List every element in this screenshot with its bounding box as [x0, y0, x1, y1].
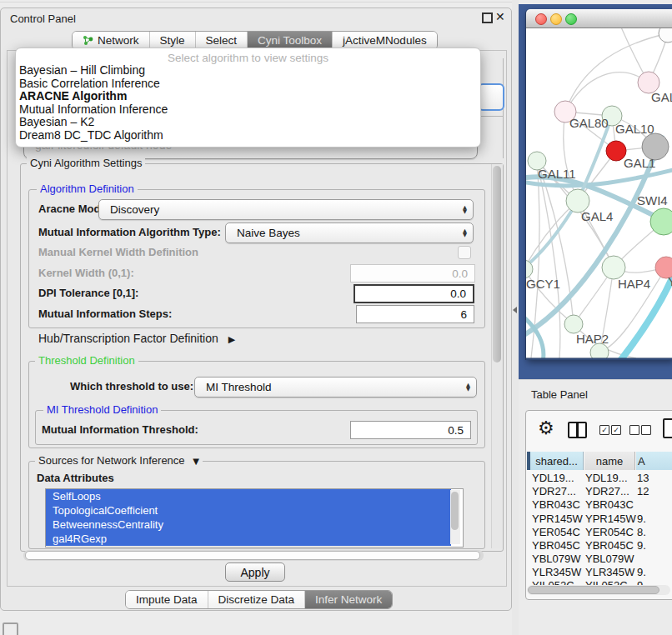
settings-hscrollbar-thumb[interactable]: [25, 551, 480, 560]
mi-type-combo[interactable]: Naive Bayes ▲▼: [225, 222, 474, 243]
tab-jactivemnodules[interactable]: jActiveMNodules: [333, 32, 437, 49]
select-all-checkbox-icon[interactable]: ✓: [611, 425, 621, 435]
application-root: Control Panel ✕ Network Style Select Cyn…: [0, 0, 672, 635]
column-header-partial[interactable]: A: [636, 452, 672, 470]
node-hap2[interactable]: [564, 315, 583, 333]
dropdown-item[interactable]: Basic Correlation Inference: [18, 78, 478, 91]
attributes-list-scrollbar[interactable]: [450, 490, 460, 544]
cell-shared-name: YPR145W: [532, 512, 583, 526]
dropdown-item[interactable]: Mutual Information Inference: [18, 103, 478, 117]
dropdown-item[interactable]: Bayesian – Hill Climbing: [18, 64, 478, 78]
table-row[interactable]: YDR27... YDR27... 12: [525, 485, 672, 498]
close-window-icon[interactable]: [535, 13, 547, 25]
cell-value: 9.: [637, 539, 646, 552]
cell-name: YER054C: [585, 526, 634, 539]
window-shadow: [525, 358, 672, 360]
dropdown-item-selected[interactable]: ARACNE Algorithm: [18, 90, 478, 103]
attribute-item-selected[interactable]: SelfLoops: [46, 489, 451, 503]
algorithm-definition-title: Algorithm Definition: [37, 183, 138, 195]
close-panel-icon[interactable]: ✕: [495, 10, 505, 23]
manual-kernel-label: Manual Kernel Width Definition: [38, 246, 198, 259]
tab-network[interactable]: Network: [73, 32, 150, 49]
cell-name: YBR043C: [585, 498, 634, 512]
tab-style[interactable]: Style: [150, 32, 196, 49]
hub-definition-expander[interactable]: Hub/Transcription Factor Definition ▶: [38, 332, 235, 347]
mi-type-value: Naive Bayes: [237, 227, 300, 239]
aracne-mode-combo[interactable]: Discovery ▲▼: [98, 199, 474, 220]
table-row[interactable]: YBL079W YBL079W: [525, 552, 672, 566]
mi-threshold-field[interactable]: 0.5: [350, 421, 471, 439]
select-all-checkbox-icon[interactable]: ✓: [599, 425, 609, 435]
combo-stepper-icon: ▲▼: [463, 228, 467, 238]
node-label: GAL80: [569, 116, 609, 130]
node[interactable]: [659, 28, 672, 42]
dropdown-item[interactable]: Bayesian – K2: [18, 116, 478, 129]
cell-value: 9.: [637, 566, 646, 579]
table-row[interactable]: YBR045C YBR045C 9.: [525, 539, 672, 552]
settings-scrollbar[interactable]: [491, 164, 503, 548]
minimize-window-icon[interactable]: [550, 13, 562, 25]
hub-definition-label: Hub/Transcription Factor Definition: [38, 332, 218, 345]
which-threshold-combo[interactable]: MI Threshold ▲▼: [194, 377, 477, 398]
manual-kernel-checkbox[interactable]: [458, 246, 471, 259]
tab-select[interactable]: Select: [196, 32, 248, 49]
table-row[interactable]: YPR145W YPR145W 9.: [525, 512, 672, 526]
cell-shared-name: YDL19...: [532, 472, 574, 485]
splitter-collapse-icon[interactable]: [513, 307, 517, 313]
table-hscrollbar-thumb[interactable]: [528, 586, 659, 594]
network-icon: [83, 35, 93, 46]
mi-steps-field[interactable]: 6: [356, 305, 474, 323]
attributes-list-scrollbar-thumb[interactable]: [451, 492, 459, 530]
column-header-shared-name[interactable]: shared...: [530, 452, 584, 470]
kernel-width-field[interactable]: 0.0: [350, 264, 475, 282]
mi-threshold-label: Mutual Information Threshold:: [42, 423, 198, 437]
cell-name: YPR145W: [585, 512, 636, 526]
dropdown-item[interactable]: Dream8 DC_TDC Algorithm: [18, 129, 478, 142]
table-row[interactable]: YBR043C YBR043C: [525, 498, 672, 512]
mi-threshold-value: 0.5: [448, 424, 464, 437]
tab-discretize-data[interactable]: Discretize Data: [208, 591, 306, 608]
table-row[interactable]: YDL19... YDL19... 13: [525, 472, 672, 485]
algorithm-dropdown-items: Bayesian – Hill Climbing Basic Correlati…: [18, 64, 478, 142]
apply-button[interactable]: Apply: [225, 562, 285, 582]
top-divider: [0, 2, 512, 2]
network-window-titlebar[interactable]: [526, 9, 672, 28]
cell-shared-name: YBR045C: [532, 539, 580, 552]
node-label: GCY1: [526, 277, 560, 291]
table-hscrollbar[interactable]: [527, 585, 670, 595]
cell-name: YBL079W: [585, 552, 634, 566]
dpi-tolerance-field[interactable]: 0.0: [354, 284, 474, 303]
float-panel-icon[interactable]: [482, 12, 493, 23]
aracne-mode-value: Discovery: [110, 203, 159, 216]
tab-impute-data[interactable]: Impute Data: [126, 591, 208, 608]
mi-steps-label: Mutual Information Steps:: [38, 308, 172, 321]
deselect-all-checkbox-icon[interactable]: [629, 425, 639, 435]
attribute-item-selected[interactable]: TopologicalCoefficient: [46, 503, 451, 518]
tab-cyni-toolbox[interactable]: Cyni Toolbox: [248, 32, 333, 49]
column-header-label: name: [596, 455, 624, 468]
deselect-all-checkbox-icon[interactable]: [641, 425, 651, 435]
table-row[interactable]: YER054C YER054C 8.: [525, 526, 672, 539]
cell-value: 8.: [637, 526, 646, 539]
mi-type-label: Mutual Information Algorithm Type:: [38, 226, 221, 239]
table-row[interactable]: YLR345W YLR345W 9.: [525, 566, 672, 579]
column-header-name[interactable]: name: [584, 452, 635, 470]
settings-hscrollbar[interactable]: [23, 550, 484, 561]
node-swi4[interactable]: [650, 208, 672, 235]
node-hap4[interactable]: [602, 256, 625, 279]
algorithm-dropdown-hint: Select algorithm to view settings: [16, 52, 480, 64]
algorithm-selector-combo-edge[interactable]: [478, 83, 504, 111]
minimized-panel-icon[interactable]: [3, 622, 18, 635]
gear-icon[interactable]: ⚙: [538, 418, 554, 439]
network-canvas[interactable]: GAL GAL80 GAL10 GAL1 GAL11 GAL4 SWI4 GCY…: [526, 28, 672, 358]
settings-scrollbar-thumb[interactable]: [493, 166, 501, 362]
cell-value: 12: [637, 485, 649, 498]
attribute-item-selected[interactable]: BetweennessCentrality: [46, 518, 451, 532]
tab-infer-network[interactable]: Infer Network: [305, 591, 392, 608]
panel-splitter[interactable]: [512, 0, 519, 635]
attribute-item-selected[interactable]: gal4RGexp: [46, 532, 451, 546]
zoom-window-icon[interactable]: [565, 13, 577, 25]
export-table-icon[interactable]: [663, 418, 672, 438]
sources-group-title[interactable]: Sources for Network Inference ▼: [35, 455, 203, 468]
show-columns-icon[interactable]: [568, 422, 587, 438]
